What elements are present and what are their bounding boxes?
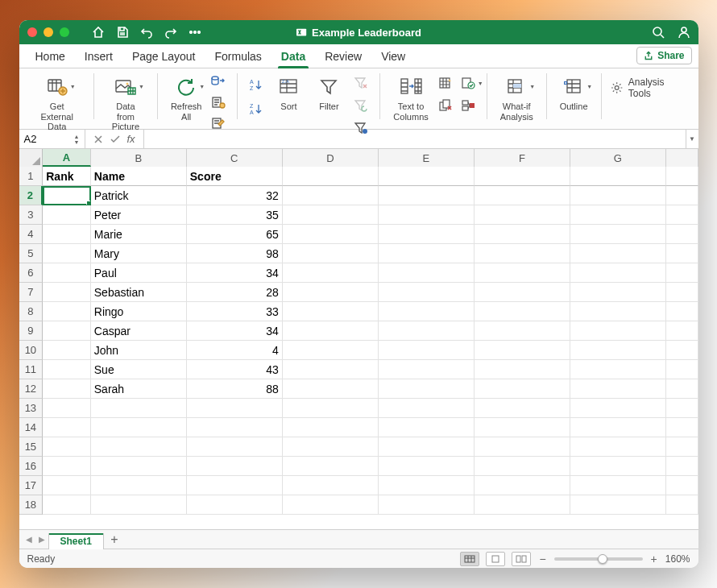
refresh-all-button[interactable]: ▼ Refresh All	[168, 73, 205, 123]
row-header[interactable]: 11	[19, 360, 44, 379]
cell[interactable]: Rank	[43, 167, 91, 186]
cell[interactable]: Sue	[91, 360, 187, 379]
account-icon[interactable]	[678, 26, 690, 39]
cell[interactable]: Paul	[91, 263, 187, 283]
fx-icon[interactable]: fx	[127, 133, 135, 145]
cell[interactable]: Sarah	[91, 379, 187, 399]
cell[interactable]	[43, 341, 91, 360]
connections-icon[interactable]	[209, 73, 227, 89]
cell[interactable]	[43, 263, 91, 283]
row-header[interactable]: 7	[19, 283, 44, 302]
row-header[interactable]: 9	[19, 321, 44, 341]
column-header-D[interactable]: D	[283, 149, 379, 167]
row-header[interactable]: 6	[19, 263, 44, 283]
cell[interactable]	[570, 379, 666, 399]
column-header-G[interactable]: G	[570, 149, 666, 167]
cell[interactable]	[379, 167, 475, 186]
cell[interactable]	[379, 244, 475, 263]
cell[interactable]	[379, 495, 475, 515]
row-header[interactable]: 2	[19, 186, 44, 205]
cell[interactable]	[283, 205, 379, 225]
cell[interactable]: 98	[187, 244, 283, 263]
cell[interactable]	[187, 437, 283, 457]
column-header-F[interactable]: F	[475, 149, 570, 167]
cell[interactable]	[475, 263, 570, 283]
cell[interactable]	[475, 283, 570, 302]
cell[interactable]	[666, 244, 698, 263]
cell[interactable]	[91, 457, 187, 476]
cell[interactable]	[666, 321, 698, 341]
cell[interactable]	[43, 476, 91, 495]
tab-view[interactable]: View	[371, 45, 415, 68]
cell[interactable]	[43, 360, 91, 379]
cell[interactable]	[666, 205, 698, 225]
cell[interactable]	[43, 379, 91, 399]
redo-icon[interactable]	[164, 26, 177, 39]
cell[interactable]	[475, 205, 570, 225]
column-header-C[interactable]: C	[187, 149, 283, 167]
cell[interactable]	[91, 399, 187, 418]
zoom-level[interactable]: 160%	[665, 553, 690, 565]
sheet-nav-prev[interactable]: ◀	[23, 535, 35, 544]
cell[interactable]	[379, 225, 475, 244]
cell[interactable]: Name	[91, 167, 187, 186]
add-sheet-button[interactable]: +	[104, 532, 125, 547]
cell[interactable]	[379, 205, 475, 225]
cell[interactable]: Patrick	[91, 186, 187, 205]
cell[interactable]	[283, 379, 379, 399]
share-button[interactable]: Share	[636, 47, 691, 64]
cell[interactable]	[283, 399, 379, 418]
tab-formulas[interactable]: Formulas	[205, 45, 271, 68]
row-header[interactable]: 18	[19, 495, 44, 515]
outline-button[interactable]: ▼ Outline	[557, 73, 591, 114]
cell[interactable]	[379, 263, 475, 283]
cell[interactable]	[379, 437, 475, 457]
cell[interactable]: 34	[187, 263, 283, 283]
column-header-B[interactable]: B	[91, 149, 187, 167]
cell[interactable]: Peter	[91, 205, 187, 225]
filter-button[interactable]: Filter	[312, 73, 346, 114]
cell[interactable]: Marie	[91, 225, 187, 244]
cell[interactable]	[666, 360, 698, 379]
cell[interactable]	[475, 457, 570, 476]
cancel-formula-icon[interactable]	[93, 135, 103, 144]
text-to-columns-button[interactable]: Text to Columns	[390, 73, 431, 123]
cell[interactable]	[187, 476, 283, 495]
row-header[interactable]: 15	[19, 437, 44, 457]
cell[interactable]	[43, 225, 91, 244]
sheet-tab-1[interactable]: Sheet1	[48, 533, 104, 549]
cell[interactable]	[379, 379, 475, 399]
cell[interactable]	[43, 244, 91, 263]
cell[interactable]: 88	[187, 379, 283, 399]
cell[interactable]: 33	[187, 302, 283, 321]
cell[interactable]	[570, 399, 666, 418]
remove-duplicates-icon[interactable]	[437, 97, 454, 114]
cell[interactable]	[91, 437, 187, 457]
cell[interactable]: 34	[187, 321, 283, 341]
cell[interactable]	[475, 186, 570, 205]
cell[interactable]	[475, 244, 570, 263]
select-all-corner[interactable]	[19, 149, 44, 167]
consolidate-icon[interactable]	[459, 97, 477, 114]
cell[interactable]: Sebastian	[91, 283, 187, 302]
cell[interactable]	[475, 418, 570, 437]
cell[interactable]	[666, 457, 698, 476]
cell[interactable]	[379, 321, 475, 341]
name-box-stepper[interactable]: ▲▼	[74, 134, 80, 145]
cell[interactable]: John	[91, 341, 187, 360]
name-box[interactable]: A2 ▲▼	[19, 130, 85, 148]
cell[interactable]	[91, 495, 187, 515]
cell[interactable]	[43, 437, 91, 457]
cell[interactable]: Mary	[91, 244, 187, 263]
row-header[interactable]: 14	[19, 418, 44, 437]
cell[interactable]	[283, 418, 379, 437]
flash-fill-icon[interactable]	[437, 75, 454, 91]
cell[interactable]: Score	[187, 167, 283, 186]
cell[interactable]	[379, 476, 475, 495]
cell[interactable]: 4	[187, 341, 283, 360]
cell[interactable]	[570, 321, 666, 341]
cell[interactable]	[43, 495, 91, 515]
confirm-formula-icon[interactable]	[110, 135, 121, 144]
cell[interactable]	[283, 244, 379, 263]
cell[interactable]	[570, 167, 666, 186]
